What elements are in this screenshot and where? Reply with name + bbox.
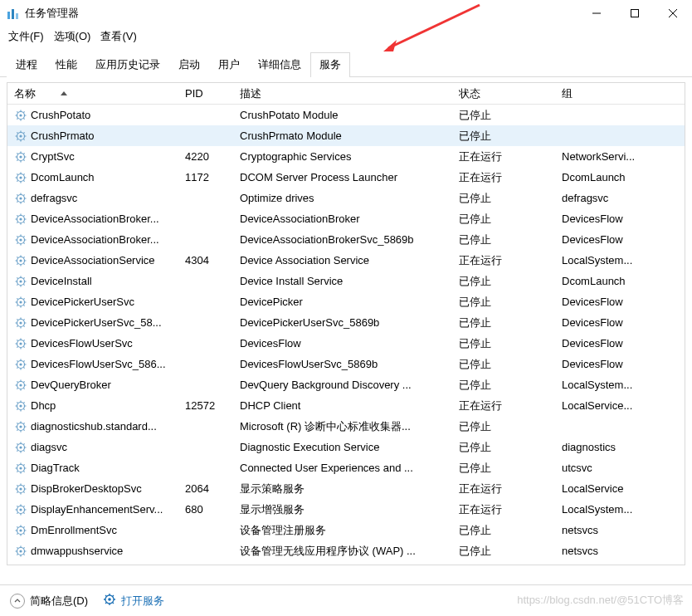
table-body[interactable]: CrushPotatoCrushPotato Module已停止CrushPrm… [7, 105, 685, 565]
service-status: 已停止 [452, 295, 555, 310]
table-row[interactable]: dmwappushservice设备管理无线应用程序协议 (WAP) ...已停… [7, 540, 685, 561]
open-services-link[interactable]: 打开服务 [103, 593, 164, 609]
services-table: 名称 PID 描述 状态 组 CrushPotatoCrushPotato Mo… [7, 82, 685, 565]
tab-users[interactable]: 用户 [209, 52, 249, 77]
svg-line-116 [17, 325, 17, 326]
table-row[interactable]: DeviceInstallDevice Install Service已停止Dc… [7, 271, 685, 291]
table-row[interactable]: DispBrokerDesktopSvc2064显示策略服务正在运行LocalS… [7, 478, 685, 499]
menu-file[interactable]: 文件(F) [8, 29, 44, 44]
svg-line-226 [17, 554, 17, 555]
fewer-details-button[interactable]: 简略信息(D) [10, 594, 88, 609]
service-description: DevicePicker [233, 296, 452, 308]
service-description: DeviceAssociationBroker [233, 213, 452, 225]
svg-line-107 [23, 298, 24, 299]
table-row[interactable]: Dnscache3576DNS Client正在运行NetworkServi [7, 561, 685, 565]
tab-services[interactable]: 服务 [310, 52, 350, 77]
svg-line-224 [17, 547, 17, 548]
svg-line-106 [17, 305, 17, 306]
table-row[interactable]: DeviceAssociationService4304Device Assoc… [7, 250, 685, 271]
svg-line-104 [17, 298, 17, 299]
svg-line-147 [23, 381, 24, 382]
service-description: DevicesFlow [233, 337, 452, 350]
table-row[interactable]: diagsvcDiagnostic Execution Service已停止di… [7, 437, 685, 457]
service-name: DeviceInstall [31, 275, 92, 287]
service-status: 正在运行 [452, 565, 555, 565]
table-row[interactable]: DevicesFlowUserSvc_586...DevicesFlowUser… [7, 354, 685, 374]
service-gear-icon [14, 171, 27, 184]
column-name[interactable]: 名称 [7, 83, 178, 104]
tab-performance[interactable]: 性能 [46, 52, 86, 77]
svg-line-135 [23, 367, 24, 368]
service-status: 正在运行 [452, 149, 555, 164]
svg-rect-4 [631, 10, 639, 17]
table-row[interactable]: DevicesFlowUserSvcDevicesFlow已停止DevicesF… [7, 333, 685, 354]
svg-line-244 [105, 595, 107, 597]
column-group[interactable]: 组 [555, 83, 665, 104]
service-name: DcomLaunch [31, 171, 95, 183]
svg-line-144 [17, 381, 17, 382]
service-group: DevicesFlow [555, 316, 665, 329]
maximize-button[interactable] [616, 0, 654, 27]
table-row[interactable]: CryptSvc4220Cryptographic Services正在运行Ne… [7, 146, 685, 167]
tab-details[interactable]: 详细信息 [249, 52, 310, 77]
table-row[interactable]: Dhcp12572DHCP Client正在运行LocalService... [7, 395, 685, 416]
svg-line-175 [23, 450, 24, 451]
table-row[interactable]: DevQueryBrokerDevQuery Background Discov… [7, 374, 685, 395]
table-row[interactable]: DevicePickerUserSvc_58...DevicePickerUse… [7, 312, 685, 333]
column-status[interactable]: 状态 [452, 83, 555, 104]
table-row[interactable]: defragsvcOptimize drives已停止defragsvc [7, 188, 685, 208]
table-row[interactable]: DiagTrackConnected User Experiences and … [7, 457, 685, 478]
column-pid[interactable]: PID [178, 83, 233, 104]
menu-options[interactable]: 选项(O) [54, 29, 91, 44]
svg-point-119 [19, 342, 22, 345]
svg-line-137 [23, 360, 24, 361]
table-row[interactable]: DeviceAssociationBroker...DeviceAssociat… [7, 208, 685, 229]
table-row[interactable]: DevicePickerUserSvcDevicePicker已停止Device… [7, 291, 685, 312]
svg-line-86 [17, 263, 17, 264]
svg-line-37 [23, 153, 24, 154]
svg-line-246 [105, 603, 107, 604]
minimize-button[interactable] [577, 0, 616, 27]
service-group: netsvcs [555, 524, 665, 536]
svg-point-209 [19, 529, 22, 531]
svg-line-57 [23, 194, 24, 195]
tab-processes[interactable]: 进程 [7, 52, 46, 77]
service-gear-icon [14, 233, 27, 247]
service-name: DeviceAssociationBroker... [31, 233, 159, 246]
service-group: DevicesFlow [555, 233, 665, 246]
service-gear-icon [14, 524, 27, 537]
column-description[interactable]: 描述 [233, 83, 452, 104]
svg-line-114 [17, 319, 17, 320]
table-row[interactable]: DeviceAssociationBroker...DeviceAssociat… [7, 229, 685, 250]
svg-point-9 [19, 114, 22, 116]
table-row[interactable]: DisplayEnhancementServ...680显示增强服务正在运行Lo… [7, 499, 685, 520]
close-button[interactable] [654, 0, 692, 27]
service-name: DmEnrollmentSvc [31, 524, 117, 536]
svg-point-189 [19, 487, 22, 490]
service-status: 已停止 [452, 232, 555, 247]
svg-rect-1 [12, 9, 14, 19]
svg-line-87 [23, 257, 24, 257]
table-row[interactable]: CrushPrmatoCrushPrmato Module已停止 [7, 125, 685, 146]
service-gear-icon [14, 545, 27, 558]
svg-line-26 [17, 139, 17, 139]
service-status: 正在运行 [452, 398, 555, 413]
svg-point-139 [19, 384, 22, 386]
table-row[interactable]: diagnosticshub.standard...Microsoft (R) … [7, 416, 685, 437]
menu-view[interactable]: 查看(V) [100, 29, 136, 44]
service-gear-icon [14, 482, 27, 496]
service-name: DeviceAssociationService [31, 254, 155, 266]
service-status: 已停止 [452, 544, 555, 559]
table-row[interactable]: DcomLaunch1172DCOM Server Process Launch… [7, 167, 685, 188]
svg-line-136 [17, 367, 17, 368]
service-pid: 4220 [178, 150, 233, 163]
table-row[interactable]: DmEnrollmentSvc设备管理注册服务已停止netsvcs [7, 520, 685, 540]
svg-line-247 [113, 595, 115, 597]
tab-startup[interactable]: 启动 [169, 52, 209, 77]
svg-line-64 [17, 215, 17, 216]
svg-line-164 [17, 423, 17, 423]
service-description: 显示策略服务 [233, 482, 452, 496]
service-status: 已停止 [452, 108, 555, 123]
table-row[interactable]: CrushPotatoCrushPotato Module已停止 [7, 105, 685, 125]
tab-app-history[interactable]: 应用历史记录 [86, 52, 169, 77]
